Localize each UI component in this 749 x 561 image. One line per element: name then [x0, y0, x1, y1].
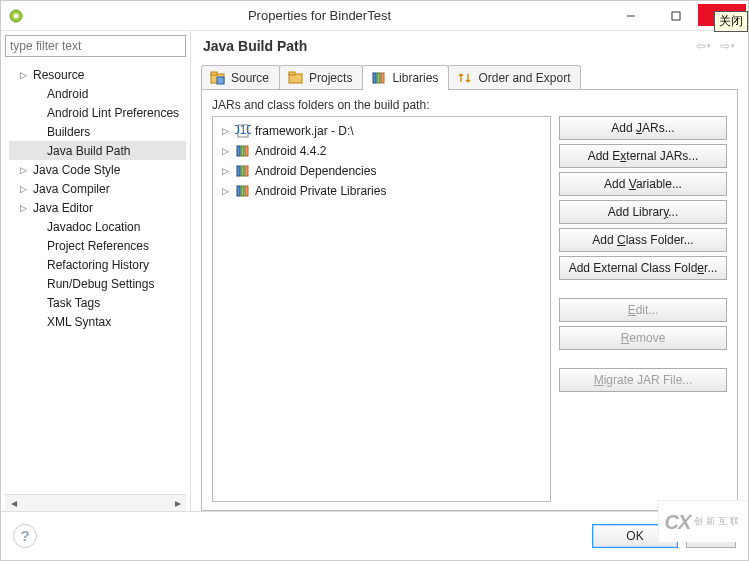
tree-item[interactable]: ▷Java Code Style	[9, 160, 186, 179]
library-entry[interactable]: ▷Android Private Libraries	[215, 181, 548, 201]
nav-forward-button[interactable]: ⇨	[716, 37, 738, 55]
svg-rect-10	[289, 72, 295, 75]
tree-item[interactable]: Task Tags	[9, 293, 186, 312]
tree-item-label: Javadoc Location	[43, 220, 140, 234]
expand-icon[interactable]: ▷	[17, 70, 29, 80]
expand-icon[interactable]: ▷	[219, 186, 231, 196]
add-class-folder-button[interactable]: Add Class Folder...	[559, 228, 727, 252]
tree-item[interactable]: Project References	[9, 236, 186, 255]
expand-icon[interactable]: ▷	[17, 184, 29, 194]
jar-icon: 010	[235, 123, 251, 139]
filter-input[interactable]	[5, 35, 186, 57]
library-entry[interactable]: ▷010framework.jar - D:\	[215, 121, 548, 141]
tab-source[interactable]: Source	[201, 65, 280, 90]
nav-back-button[interactable]: ⇦	[692, 37, 714, 55]
tab-libraries[interactable]: Libraries	[362, 65, 449, 90]
edit-button[interactable]: Edit...	[559, 298, 727, 322]
expand-icon[interactable]: ▷	[219, 166, 231, 176]
tab-strip: SourceProjectsLibrariesOrder and Export	[201, 65, 738, 90]
tree-item[interactable]: Refactoring History	[9, 255, 186, 274]
tree-item-label: Android	[43, 87, 88, 101]
page-heading: Java Build Path	[203, 38, 692, 54]
right-pane: Java Build Path ⇦ ⇨ SourceProjectsLibrar…	[191, 31, 748, 511]
add-external-jars-button[interactable]: Add External JARs...	[559, 144, 727, 168]
tree-item[interactable]: XML Syntax	[9, 312, 186, 331]
expand-icon[interactable]: ▷	[17, 203, 29, 213]
close-tooltip: 关闭	[714, 11, 748, 32]
scroll-left-icon[interactable]: ◂	[5, 495, 22, 511]
tree-item[interactable]: Run/Debug Settings	[9, 274, 186, 293]
tree-item-label: Java Compiler	[29, 182, 110, 196]
tree-item-label: Project References	[43, 239, 149, 253]
tree-item[interactable]: Android	[9, 84, 186, 103]
svg-rect-16	[237, 146, 240, 156]
expand-icon[interactable]: ▷	[17, 165, 29, 175]
tree-item-label: Builders	[43, 125, 90, 139]
expand-icon[interactable]: ▷	[219, 146, 231, 156]
tree-item[interactable]: ▷Java Editor	[9, 198, 186, 217]
remove-button[interactable]: Remove	[559, 326, 727, 350]
library-entry-label: framework.jar - D:\	[255, 124, 354, 138]
expand-icon[interactable]: ▷	[219, 126, 231, 136]
libraries-buttons: Add JARs... Add External JARs... Add Var…	[559, 116, 727, 502]
tree-item-label: XML Syntax	[43, 315, 111, 329]
svg-rect-21	[245, 166, 248, 176]
library-entry[interactable]: ▷Android Dependencies	[215, 161, 548, 181]
svg-rect-12	[377, 73, 380, 83]
tree-item[interactable]: Builders	[9, 122, 186, 141]
libraries-icon	[371, 70, 387, 86]
add-variable-button[interactable]: Add Variable...	[559, 172, 727, 196]
svg-rect-18	[245, 146, 248, 156]
window-icon	[1, 8, 31, 24]
horizontal-scrollbar[interactable]: ◂ ▸	[5, 494, 186, 511]
svg-rect-22	[237, 186, 240, 196]
tree-item[interactable]: ▷Resource	[9, 65, 186, 84]
minimize-button[interactable]	[608, 4, 653, 28]
library-container-icon	[235, 143, 251, 159]
tree-item-label: Java Code Style	[29, 163, 120, 177]
add-library-button[interactable]: Add Library...	[559, 200, 727, 224]
svg-rect-11	[373, 73, 376, 83]
svg-text:010: 010	[235, 123, 251, 137]
tree-item-label: Refactoring History	[43, 258, 149, 272]
svg-rect-20	[241, 166, 244, 176]
left-pane: ▷ResourceAndroidAndroid Lint Preferences…	[1, 31, 191, 511]
add-jars-button[interactable]: Add JARs...	[559, 116, 727, 140]
tab-label: Order and Export	[478, 71, 570, 85]
library-entry[interactable]: ▷Android 4.4.2	[215, 141, 548, 161]
library-entry-label: Android Private Libraries	[255, 184, 386, 198]
tab-label: Source	[231, 71, 269, 85]
tree-item-label: Resource	[29, 68, 84, 82]
svg-rect-19	[237, 166, 240, 176]
maximize-button[interactable]	[653, 4, 698, 28]
tab-body: JARs and class folders on the build path…	[201, 89, 738, 511]
svg-rect-24	[245, 186, 248, 196]
library-entry-label: Android Dependencies	[255, 164, 376, 178]
tab-order-and-export[interactable]: Order and Export	[448, 65, 581, 90]
tree-item-label: Android Lint Preferences	[43, 106, 179, 120]
window-title: Properties for BinderTest	[31, 8, 608, 23]
migrate-jar-button[interactable]: Migrate JAR File...	[559, 368, 727, 392]
add-external-class-folder-button[interactable]: Add External Class Folder...	[559, 256, 727, 280]
tree-item-label: Run/Debug Settings	[43, 277, 154, 291]
tree-item[interactable]: Android Lint Preferences	[9, 103, 186, 122]
tree-item-label: Java Build Path	[43, 144, 130, 158]
tab-projects[interactable]: Projects	[279, 65, 363, 90]
tree-item[interactable]: Javadoc Location	[9, 217, 186, 236]
svg-rect-13	[381, 73, 384, 83]
title-bar: Properties for BinderTest	[1, 1, 748, 31]
tree-item[interactable]: Java Build Path	[9, 141, 186, 160]
svg-rect-7	[211, 72, 217, 75]
libraries-tree[interactable]: ▷010framework.jar - D:\▷Android 4.4.2▷An…	[212, 116, 551, 502]
help-button[interactable]: ?	[13, 524, 37, 548]
watermark: CX 创新互联	[658, 500, 748, 542]
button-bar: ? OK Cancel	[1, 511, 748, 559]
library-entry-label: Android 4.4.2	[255, 144, 326, 158]
nav-tree[interactable]: ▷ResourceAndroidAndroid Lint Preferences…	[5, 61, 186, 494]
tree-item[interactable]: ▷Java Compiler	[9, 179, 186, 198]
tree-item-label: Java Editor	[29, 201, 93, 215]
tree-item-label: Task Tags	[43, 296, 100, 310]
tab-label: Libraries	[392, 71, 438, 85]
projects-icon	[288, 70, 304, 86]
scroll-right-icon[interactable]: ▸	[169, 495, 186, 511]
